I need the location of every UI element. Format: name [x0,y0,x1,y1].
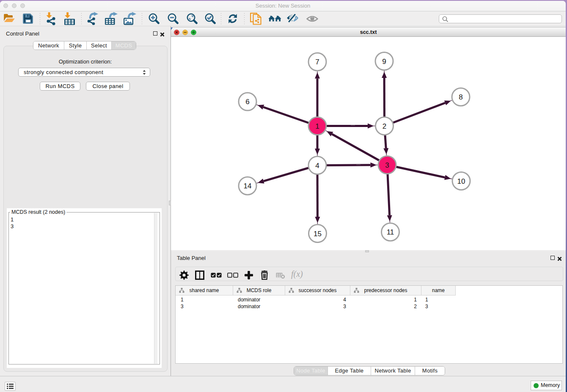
svg-text:15: 15 [314,230,322,238]
svg-text:1: 1 [315,122,319,130]
svg-text:9: 9 [382,58,386,66]
svg-text:10: 10 [457,177,465,185]
svg-text:2: 2 [383,122,386,130]
svg-text:8: 8 [459,93,462,101]
svg-text:3: 3 [385,161,389,169]
svg-text:11: 11 [387,228,394,236]
svg-text:7: 7 [315,58,319,66]
svg-text:6: 6 [245,98,249,106]
svg-text:14: 14 [244,182,252,190]
svg-text:4: 4 [315,162,319,170]
